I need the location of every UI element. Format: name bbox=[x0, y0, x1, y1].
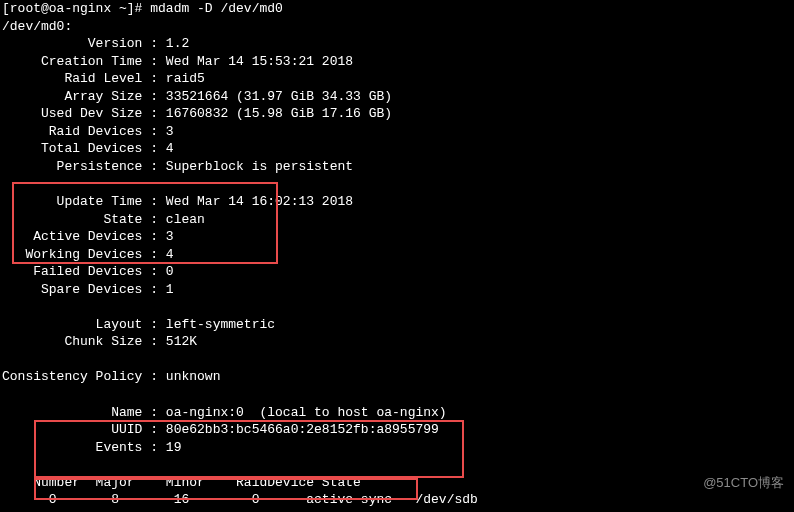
terminal-output: [root@oa-nginx ~]# mdadm -D /dev/md0 /de… bbox=[0, 0, 794, 512]
watermark: @51CTO博客 bbox=[703, 474, 784, 492]
